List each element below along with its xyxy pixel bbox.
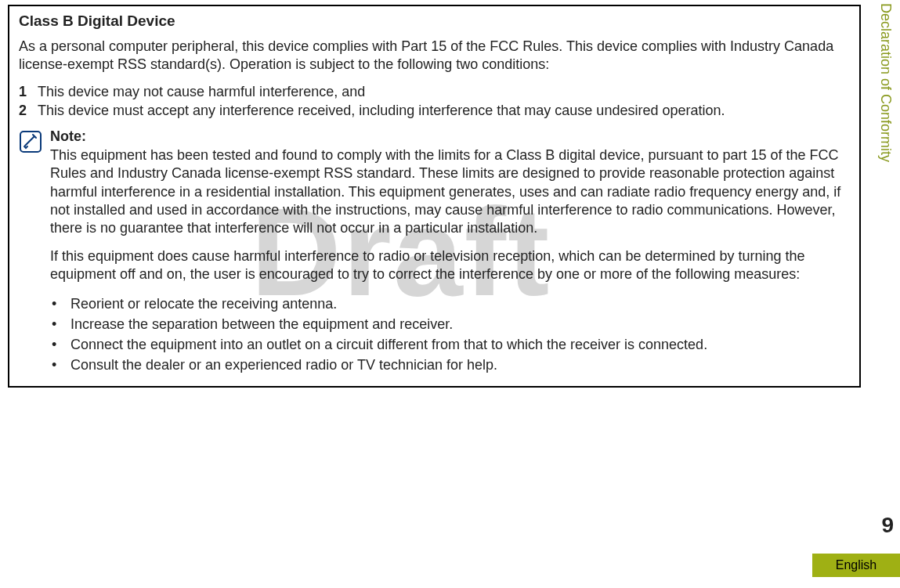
list-text: This device may not cause harmful interf… xyxy=(38,82,365,101)
bullet-text: Increase the separation between the equi… xyxy=(70,314,453,334)
list-number: 2 xyxy=(19,101,38,120)
note-label: Note: xyxy=(50,128,86,144)
bullet-text: Connect the equipment into an outlet on … xyxy=(70,334,707,355)
bullet-mark: • xyxy=(50,334,70,355)
list-number: 1 xyxy=(19,82,38,101)
sidebar: Declaration of Conformity 9 English xyxy=(869,0,900,588)
bullet-list: • Reorient or relocate the receiving ant… xyxy=(50,294,850,375)
bullet-item: • Reorient or relocate the receiving ant… xyxy=(50,294,850,314)
bullet-item: • Connect the equipment into an outlet o… xyxy=(50,334,850,355)
language-tab: English xyxy=(812,554,900,577)
section-label: Declaration of Conformity xyxy=(877,3,894,162)
list-text: This device must accept any interference… xyxy=(38,101,725,120)
svg-rect-0 xyxy=(20,132,41,152)
list-item: 2 This device must accept any interferen… xyxy=(19,101,850,120)
note-paragraph-2: If this equipment does cause harmful int… xyxy=(50,247,850,284)
numbered-list: 1 This device may not cause harmful inte… xyxy=(19,82,850,121)
bullet-text: Consult the dealer or an experienced rad… xyxy=(70,355,497,375)
note-paragraph-1: This equipment has been tested and found… xyxy=(50,147,840,236)
content-box: Class B Digital Device As a personal com… xyxy=(8,5,861,388)
bullet-mark: • xyxy=(50,294,70,314)
note-block: Note: This equipment has been tested and… xyxy=(19,128,850,375)
box-title: Class B Digital Device xyxy=(19,13,850,30)
bullet-text: Reorient or relocate the receiving anten… xyxy=(70,294,337,314)
intro-paragraph: As a personal computer peripheral, this … xyxy=(19,38,850,74)
list-item: 1 This device may not cause harmful inte… xyxy=(19,82,850,101)
page-number: 9 xyxy=(881,513,894,538)
bullet-item: • Consult the dealer or an experienced r… xyxy=(50,355,850,375)
note-icon xyxy=(19,128,50,375)
note-body: Note: This equipment has been tested and… xyxy=(50,128,850,375)
bullet-mark: • xyxy=(50,355,70,375)
bullet-mark: • xyxy=(50,314,70,334)
bullet-item: • Increase the separation between the eq… xyxy=(50,314,850,334)
